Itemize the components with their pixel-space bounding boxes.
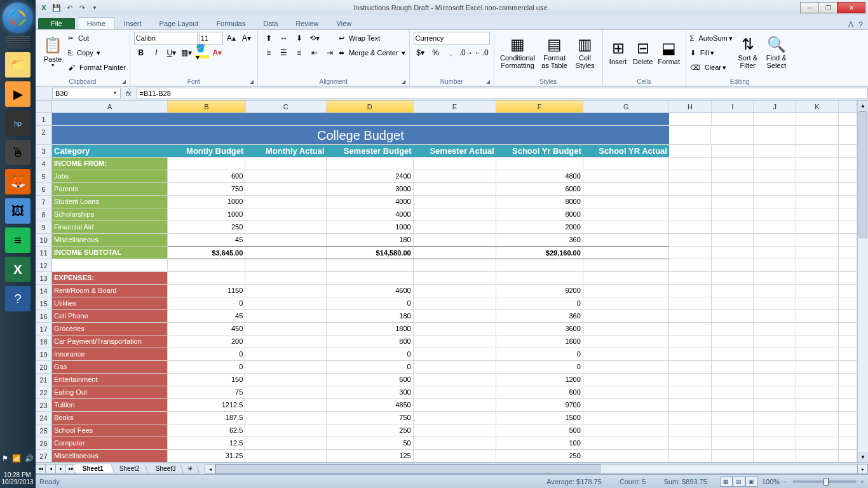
start-button[interactable]: [3, 3, 33, 33]
cell[interactable]: Financial Aid: [52, 221, 168, 234]
cell[interactable]: [245, 113, 326, 126]
cell[interactable]: Miscellaneous: [52, 450, 168, 463]
cell[interactable]: [414, 361, 496, 374]
align-middle-button[interactable]: ↔: [277, 32, 291, 44]
cell[interactable]: 0: [496, 348, 583, 361]
cell[interactable]: [168, 259, 245, 272]
cell[interactable]: [414, 158, 496, 170]
taskbar-pictures-icon[interactable]: 🖼: [5, 198, 31, 224]
cell[interactable]: 0: [496, 297, 583, 310]
row-header[interactable]: 16: [36, 310, 51, 323]
cell[interactable]: [414, 412, 496, 424]
alignment-dialog-icon[interactable]: ◢: [402, 79, 405, 85]
cell[interactable]: 300: [327, 386, 414, 399]
row-header[interactable]: 2: [36, 126, 51, 145]
cell[interactable]: 250: [496, 450, 583, 463]
cell[interactable]: Category: [52, 145, 168, 158]
tab-file[interactable]: File: [38, 18, 75, 29]
cell[interactable]: 1500: [496, 412, 583, 424]
accounting-format-button[interactable]: $▾: [414, 46, 428, 59]
grow-font-button[interactable]: A▴: [224, 32, 238, 44]
cell[interactable]: [754, 247, 796, 259]
page-break-view-button[interactable]: ▣: [745, 477, 758, 487]
cell[interactable]: [754, 183, 796, 196]
col-header-e[interactable]: E: [414, 100, 496, 112]
cell[interactable]: [245, 310, 326, 323]
cell[interactable]: [712, 399, 754, 412]
orientation-button[interactable]: ⟲▾: [308, 32, 322, 44]
row-header[interactable]: 3: [36, 145, 51, 158]
cell[interactable]: [712, 336, 754, 348]
row-header[interactable]: 4: [36, 158, 51, 170]
cell[interactable]: [414, 113, 496, 126]
increase-indent-button[interactable]: ⇥: [323, 46, 337, 59]
conditional-formatting-button[interactable]: ▦Conditional Formatting: [498, 31, 538, 74]
taskbar-hp-icon[interactable]: hp: [5, 111, 31, 136]
qat-customize-icon[interactable]: ▼: [89, 2, 100, 13]
cell[interactable]: 8000: [496, 196, 583, 208]
align-center-button[interactable]: ☰: [277, 46, 291, 59]
cell[interactable]: [583, 336, 669, 348]
row-header[interactable]: 26: [36, 437, 51, 450]
cell[interactable]: [839, 158, 857, 170]
clipboard-dialog-icon[interactable]: ◢: [122, 79, 126, 85]
cell[interactable]: [754, 170, 796, 183]
cell[interactable]: Car Payment/Transportation: [52, 336, 168, 348]
ribbon-minimize-icon[interactable]: ᐱ: [848, 20, 853, 29]
row-header[interactable]: 25: [36, 424, 51, 437]
cell[interactable]: [754, 336, 796, 348]
decrease-decimal-button[interactable]: ←.0: [475, 46, 489, 59]
taskbar-excel-icon[interactable]: X: [5, 257, 31, 282]
excel-icon[interactable]: X: [38, 2, 50, 13]
cell[interactable]: [414, 310, 496, 323]
cell[interactable]: [583, 170, 669, 183]
cell[interactable]: [245, 374, 326, 386]
tab-page-layout[interactable]: Page Layout: [151, 18, 208, 29]
cell[interactable]: [754, 323, 796, 336]
row-header[interactable]: 5: [36, 170, 51, 183]
cell[interactable]: [669, 336, 712, 348]
zoom-in-button[interactable]: +: [860, 478, 864, 485]
cell[interactable]: [583, 158, 669, 170]
cell[interactable]: [245, 386, 326, 399]
format-as-table-button[interactable]: ▤Format as Table: [539, 31, 570, 74]
percent-format-button[interactable]: %: [429, 46, 443, 59]
cell[interactable]: Groceries: [52, 323, 168, 336]
cell[interactable]: [414, 348, 496, 361]
cell[interactable]: [796, 259, 839, 272]
col-header-f[interactable]: F: [496, 100, 583, 112]
cell[interactable]: 45: [168, 310, 245, 323]
cell[interactable]: [839, 126, 858, 145]
cell[interactable]: Semester Actual: [414, 145, 496, 158]
new-sheet-button[interactable]: ✳: [180, 464, 200, 473]
cell[interactable]: [839, 399, 857, 412]
cut-button[interactable]: ✂ Cut: [68, 31, 126, 45]
cell[interactable]: [669, 412, 712, 424]
cell[interactable]: [669, 221, 712, 234]
cell[interactable]: [839, 285, 857, 297]
cell[interactable]: [712, 450, 754, 463]
fill-button[interactable]: ⬇ Fill▾: [690, 46, 733, 60]
cell[interactable]: [711, 126, 754, 145]
cell[interactable]: [669, 399, 712, 412]
font-size-select[interactable]: [199, 32, 223, 44]
cell[interactable]: [796, 247, 839, 259]
align-left-button[interactable]: ≡: [262, 46, 276, 59]
cell[interactable]: [245, 208, 326, 221]
cell[interactable]: [839, 437, 857, 450]
row-header[interactable]: 13: [36, 272, 51, 285]
redo-icon[interactable]: ↷: [76, 2, 88, 13]
cell[interactable]: 0: [327, 361, 414, 374]
col-header-h[interactable]: H: [669, 100, 712, 112]
horizontal-scrollbar[interactable]: ◂ ▸: [205, 464, 868, 474]
row-header[interactable]: 11: [36, 247, 51, 259]
cell[interactable]: 200: [168, 336, 245, 348]
cell[interactable]: 75: [168, 386, 245, 399]
cell[interactable]: [712, 196, 754, 208]
cell[interactable]: [245, 183, 326, 196]
cell[interactable]: [669, 374, 712, 386]
cell[interactable]: [669, 450, 712, 463]
row-header[interactable]: 21: [36, 374, 51, 386]
cell[interactable]: [712, 259, 754, 272]
cell[interactable]: [245, 196, 326, 208]
